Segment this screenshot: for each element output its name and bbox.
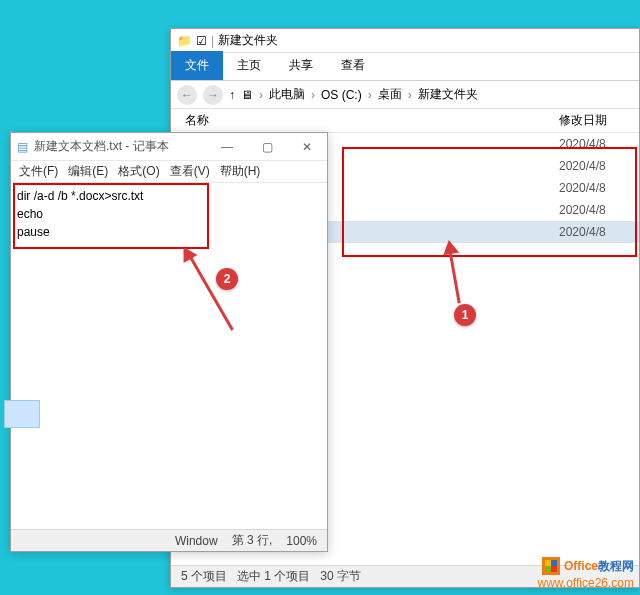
folder-icon: 📁 [177, 34, 192, 48]
notepad-menubar: 文件(F) 编辑(E) 格式(O) 查看(V) 帮助(H) [11, 161, 327, 183]
close-button[interactable]: ✕ [287, 133, 327, 161]
watermark-brand2: 教程网 [598, 559, 634, 573]
code-line: echo [17, 205, 321, 223]
tab-home[interactable]: 主页 [223, 51, 275, 80]
address-bar[interactable]: ← → ↑ 🖥 › 此电脑 › OS (C:) › 桌面 › 新建文件夹 [171, 81, 639, 109]
tab-share[interactable]: 共享 [275, 51, 327, 80]
watermark-url: www.office26.com [538, 575, 635, 591]
chevron-right-icon: › [368, 88, 372, 102]
status-size: 30 字节 [320, 568, 361, 585]
column-modified[interactable]: 修改日期 [559, 112, 639, 129]
crumb-drive[interactable]: OS (C:) [321, 88, 362, 102]
file-date: 2020/4/8 [559, 137, 639, 151]
status-os: Window [175, 534, 218, 548]
code-line: pause [17, 223, 321, 241]
menu-help[interactable]: 帮助(H) [216, 161, 265, 182]
watermark: Office教程网 www.office26.com [538, 557, 635, 591]
notepad-title: 新建文本文档.txt - 记事本 [34, 138, 207, 155]
window-title: 新建文件夹 [218, 32, 278, 49]
menu-format[interactable]: 格式(O) [114, 161, 163, 182]
chevron-right-icon: › [259, 88, 263, 102]
quick-access-icon[interactable]: ☑ [196, 34, 207, 48]
ribbon-tabs: 文件 主页 共享 查看 [171, 53, 639, 81]
menu-file[interactable]: 文件(F) [15, 161, 62, 182]
crumb-desktop[interactable]: 桌面 [378, 86, 402, 103]
crumb-folder[interactable]: 新建文件夹 [418, 86, 478, 103]
nav-forward-button[interactable]: → [203, 85, 223, 105]
column-name[interactable]: 名称 [171, 112, 559, 129]
folder-icon [4, 400, 40, 428]
minimize-button[interactable]: — [207, 133, 247, 161]
status-zoom: 100% [286, 534, 317, 548]
nav-back-button[interactable]: ← [177, 85, 197, 105]
status-count: 5 个项目 [181, 568, 227, 585]
notepad-titlebar[interactable]: ▤ 新建文本文档.txt - 记事本 — ▢ ✕ [11, 133, 327, 161]
chevron-right-icon: › [408, 88, 412, 102]
nav-up-icon[interactable]: ↑ [229, 88, 235, 102]
title-separator: | [211, 34, 214, 48]
notepad-icon: ▤ [17, 140, 28, 154]
notepad-window: ▤ 新建文本文档.txt - 记事本 — ▢ ✕ 文件(F) 编辑(E) 格式(… [10, 132, 328, 552]
pc-icon: 🖥 [241, 88, 253, 102]
annotation-callout-1: 1 [454, 304, 476, 326]
file-date: 2020/4/8 [559, 225, 639, 239]
chevron-right-icon: › [311, 88, 315, 102]
explorer-titlebar[interactable]: 📁 ☑ | 新建文件夹 [171, 29, 639, 53]
file-date: 2020/4/8 [559, 203, 639, 217]
file-date: 2020/4/8 [559, 181, 639, 195]
crumb-pc[interactable]: 此电脑 [269, 86, 305, 103]
maximize-button[interactable]: ▢ [247, 133, 287, 161]
desktop-shortcut[interactable]: 文 [2, 400, 42, 450]
code-line: dir /a-d /b *.docx>src.txt [17, 187, 321, 205]
annotation-callout-2: 2 [216, 268, 238, 290]
menu-edit[interactable]: 编辑(E) [64, 161, 112, 182]
status-cursor: 第 3 行, [232, 532, 273, 549]
notepad-textarea[interactable]: dir /a-d /b *.docx>src.txt echo pause [11, 183, 327, 523]
file-date: 2020/4/8 [559, 159, 639, 173]
tab-file[interactable]: 文件 [171, 51, 223, 80]
notepad-statusbar: Window 第 3 行, 100% [11, 529, 327, 551]
tab-view[interactable]: 查看 [327, 51, 379, 80]
status-selected: 选中 1 个项目 [237, 568, 310, 585]
column-headers: 名称 修改日期 [171, 109, 639, 133]
office-logo-icon [542, 557, 560, 575]
watermark-brand1: Office [564, 559, 598, 573]
menu-view[interactable]: 查看(V) [166, 161, 214, 182]
shortcut-label: 文 [2, 430, 42, 445]
